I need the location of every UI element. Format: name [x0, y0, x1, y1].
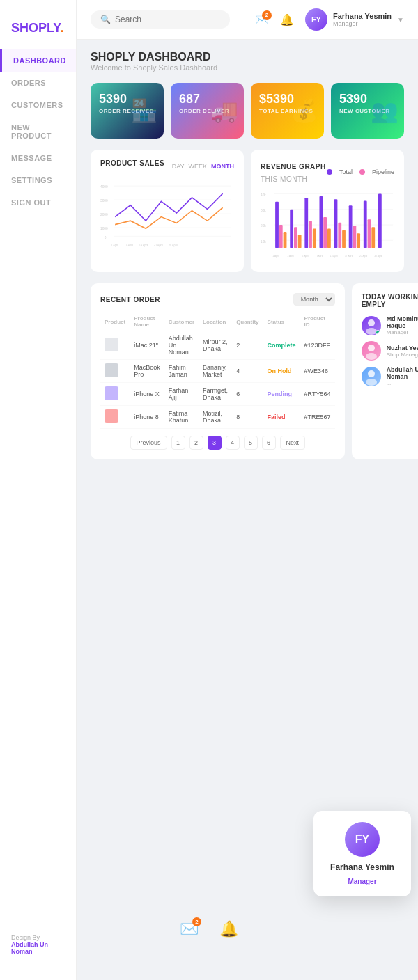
col-qty: Quantity [232, 313, 263, 331]
col-customer: Customer [164, 313, 199, 331]
avatar: FY [305, 8, 327, 31]
revenue-graph-card: REVENUE GRAPH THIS MONTH Total Pipeline [251, 150, 404, 272]
svg-rect-28 [298, 235, 302, 248]
product-sales-card: PRODUCT SALES DAY WEEK MONTH [91, 150, 244, 272]
bell-icon[interactable]: 🔔 [280, 13, 294, 26]
chart-header: PRODUCT SALES DAY WEEK MONTH [100, 159, 234, 173]
dashboard-title: SHOPLY DASHBOARD [91, 51, 404, 63]
dropdown-icon: ▼ [397, 16, 404, 24]
sidebar-item-dashboard[interactable]: DASHBOARD [0, 49, 76, 72]
col-product: Product [100, 313, 130, 331]
stat-card-earnings: $5390 TOTAL EARNINGS 💰 [251, 83, 324, 139]
search-input[interactable] [115, 15, 220, 24]
svg-rect-30 [309, 221, 312, 248]
search-icon: 🔍 [100, 15, 111, 24]
svg-text:30 April: 30 April [374, 254, 382, 257]
page-2[interactable]: 2 [189, 436, 203, 450]
sidebar-item-signout[interactable]: SIGN OUT [0, 191, 76, 214]
product-sales-title: PRODUCT SALES [100, 159, 164, 167]
sidebar-item-new-product[interactable]: NEW PRODUCT [0, 116, 76, 147]
col-status: Status [263, 313, 300, 331]
legend-total: Total [339, 168, 353, 175]
svg-rect-31 [313, 229, 316, 248]
chart-legend: Total Pipeline [327, 168, 394, 175]
svg-text:3 April: 3 April [287, 254, 293, 257]
svg-rect-36 [338, 223, 341, 248]
emp-role: Shop Manager [387, 351, 418, 358]
svg-rect-43 [371, 227, 375, 248]
mail-icon[interactable]: ✉️ 2 [255, 13, 269, 26]
app-logo: SHOPLY. [0, 14, 76, 49]
sidebar-item-orders[interactable]: ORDERS [0, 72, 76, 94]
page-1[interactable]: 1 [171, 436, 185, 450]
user-role: Manager [333, 20, 392, 27]
next-button[interactable]: Next [280, 436, 306, 450]
svg-rect-37 [342, 230, 346, 248]
svg-text:23 April: 23 April [359, 254, 367, 257]
emp-avatar [362, 316, 381, 335]
emp-role: Manager [387, 329, 418, 335]
emp-avatar [362, 367, 381, 386]
header-right: ✉️ 2 🔔 FY Farhana Yesmin Manager ▼ [255, 8, 404, 31]
month-select[interactable]: MonthWeekDay [293, 293, 335, 306]
page-5[interactable]: 5 [244, 436, 258, 450]
svg-text:10k: 10k [261, 239, 266, 243]
prev-button[interactable]: Previous [130, 436, 167, 450]
emp-avatar [362, 341, 381, 361]
svg-rect-34 [327, 229, 331, 248]
svg-text:14 April: 14 April [139, 243, 148, 246]
legend-pipeline-dot [359, 169, 365, 175]
tab-month[interactable]: MONTH [211, 163, 234, 170]
svg-point-55 [368, 345, 375, 351]
svg-text:1000: 1000 [100, 226, 108, 230]
stat-card-deliver: 687 ORDER DELIVER 🚚 [171, 83, 244, 139]
svg-rect-32 [319, 196, 323, 248]
employees-card: TODAY WORKING EMPLY Md Mominul Haque Man… [352, 283, 418, 459]
svg-text:1 April: 1 April [272, 254, 279, 257]
sidebar-item-customers[interactable]: CUSTOMERS [0, 94, 76, 116]
svg-text:0: 0 [104, 235, 107, 239]
legend-total-dot [327, 169, 332, 175]
orders-header: RECENT ORDER MonthWeekDay [100, 293, 335, 306]
svg-rect-33 [323, 217, 327, 248]
line-chart: 4000 3000 2000 1000 0 1 April 7 April 14… [100, 178, 234, 248]
tab-day[interactable]: DAY [172, 163, 185, 170]
svg-rect-44 [378, 194, 382, 248]
emp-name: Md Mominul Haque [387, 315, 418, 329]
emp-name: Nuzhat Yesmin [387, 345, 418, 351]
dashboard-content: SHOPLY DASHBOARD Welcome to Shoply Sales… [77, 40, 418, 471]
employee-item: Abdullah Un Noman ... [362, 366, 418, 386]
dashboard-subtitle: Welcome to Shoply Sales Dashboard [91, 63, 404, 72]
tab-week[interactable]: WEEK [188, 163, 207, 170]
page-4[interactable]: 4 [226, 436, 240, 450]
svg-text:30k: 30k [261, 208, 266, 212]
page-6[interactable]: 6 [262, 436, 276, 450]
svg-rect-35 [334, 199, 338, 248]
search-box[interactable]: 🔍 [91, 10, 230, 29]
svg-rect-25 [284, 232, 287, 248]
pagination: Previous 1 2 3 4 5 6 Next [100, 436, 335, 450]
stat-card-customers: 5390 NEW CUSTOMER 👥 [331, 83, 404, 139]
col-location: Location [199, 313, 232, 331]
svg-text:40k: 40k [261, 193, 266, 197]
svg-point-57 [368, 370, 375, 377]
svg-rect-40 [357, 233, 360, 248]
header: 🔍 ✉️ 2 🔔 FY Farhana Yesmin Manager ▼ [77, 0, 418, 40]
sidebar-item-message[interactable]: MESSAGE [0, 147, 76, 169]
svg-point-53 [368, 319, 375, 326]
orders-card: RECENT ORDER MonthWeekDay Product Produc… [91, 283, 345, 459]
main-content: 🔍 ✉️ 2 🔔 FY Farhana Yesmin Manager ▼ SHO… [77, 0, 418, 471]
table-row: MacBook Pro Fahim Jaman Bananiy, Market … [100, 360, 335, 383]
svg-text:4000: 4000 [100, 184, 108, 189]
revenue-header: REVENUE GRAPH THIS MONTH Total Pipeline [261, 159, 394, 184]
app-name: SHOPLY [11, 21, 60, 35]
user-profile[interactable]: FY Farhana Yesmin Manager ▼ [305, 8, 404, 31]
svg-text:29 April: 29 April [169, 243, 178, 246]
svg-rect-42 [368, 219, 371, 248]
employee-item: Md Mominul Haque Manager [362, 315, 418, 335]
sidebar-item-settings[interactable]: SETTINGS [0, 169, 76, 191]
svg-text:9April: 9April [317, 254, 323, 257]
orders-title: RECENT ORDER [100, 296, 160, 303]
orders-table: Product Product Name Customer Location Q… [100, 313, 335, 429]
page-3[interactable]: 3 [208, 436, 222, 450]
